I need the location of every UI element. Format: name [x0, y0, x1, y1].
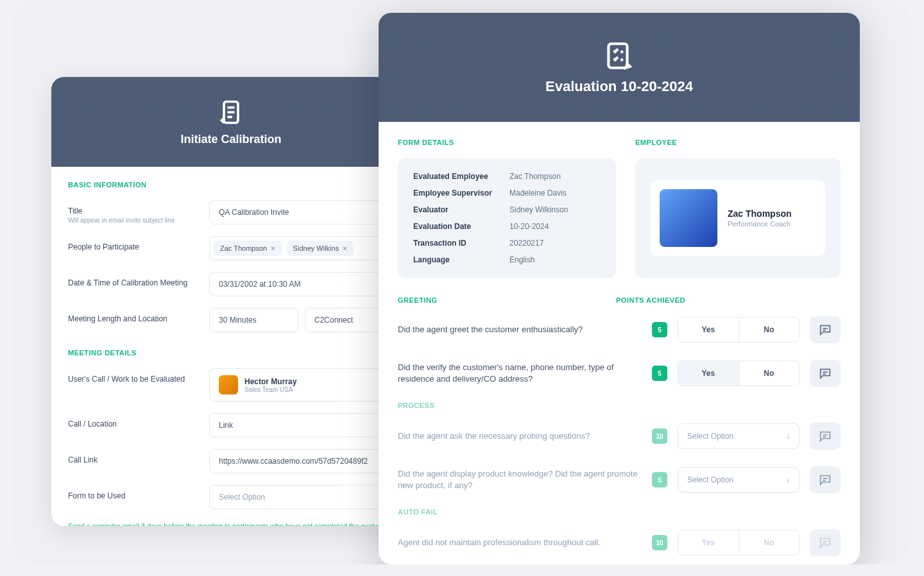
- remove-chip-icon[interactable]: ×: [271, 244, 275, 252]
- points-badge: 5: [652, 472, 667, 487]
- employee-role: Performance Coach: [728, 220, 792, 228]
- people-input[interactable]: Zac Thompson × Sidney Wilkins ×: [209, 236, 394, 260]
- process-q1-text: Did the agent ask the necessary probing …: [398, 430, 642, 442]
- svg-rect-1: [608, 44, 627, 68]
- comment-icon: [818, 536, 832, 550]
- process-q2-text: Did the agent display product knowledge?…: [398, 468, 642, 491]
- yes-no-toggle[interactable]: Yes No: [678, 530, 800, 555]
- comment-button[interactable]: [810, 466, 841, 493]
- points-achieved-label: POINTS ACHIEVED: [616, 296, 841, 304]
- reminder-info-text: Send a reminder email 3 days before the …: [68, 522, 394, 526]
- yes-button[interactable]: Yes: [678, 361, 739, 385]
- calibration-title: Initiate Calibration: [180, 133, 281, 146]
- checklist-edit-icon: [603, 40, 635, 72]
- no-button[interactable]: No: [739, 361, 800, 385]
- datetime-input[interactable]: 03/31/2002 at 10:30 AM: [209, 272, 394, 296]
- greeting-q2-text: Did the verify the customer's name, phon…: [398, 362, 642, 385]
- comment-icon: [818, 366, 832, 380]
- greeting-label: GREETING: [398, 296, 597, 304]
- meeting-details-label: MEETING DETAILS: [68, 349, 394, 357]
- basic-info-label: BASIC INFORMATION: [68, 181, 394, 189]
- initiate-calibration-card: Initiate Calibration BASIC INFORMATION T…: [51, 77, 411, 526]
- autofail-label: AUTO FAIL: [398, 508, 841, 516]
- length-loc-field-label: Meeting Length and Location: [68, 308, 209, 323]
- remove-chip-icon[interactable]: ×: [343, 244, 346, 252]
- participant-chip[interactable]: Sidney Wilkins ×: [287, 241, 354, 256]
- comment-icon: [818, 429, 832, 443]
- employee-avatar: [660, 189, 717, 247]
- datetime-field-label: Date & Time of Calibration Meeting: [68, 272, 209, 287]
- employee-card: Zac Thompson Performance Coach: [651, 180, 825, 256]
- calibration-header: Initiate Calibration: [51, 77, 411, 167]
- user-call-field-label: User's Call / Work to be Evaluated: [68, 368, 209, 384]
- points-badge: 10: [652, 428, 667, 444]
- call-link-field-label: Call Link: [68, 449, 209, 464]
- process-label: PROCESS: [398, 402, 841, 409]
- yes-no-toggle[interactable]: Yes No: [678, 317, 800, 343]
- points-badge: 5: [652, 366, 667, 381]
- meeting-length-input[interactable]: 30 Minutes: [209, 308, 298, 332]
- user-call-input[interactable]: Hector Murray Sales Team USA: [209, 368, 394, 402]
- comment-button[interactable]: [810, 360, 841, 387]
- yes-button[interactable]: Yes: [678, 530, 739, 555]
- user-avatar: [219, 375, 238, 394]
- participant-chip[interactable]: Zac Thompson ×: [214, 241, 282, 256]
- points-badge: 10: [652, 535, 667, 550]
- evaluation-card: Evaluation 10-20-2024 FORM DETAILS Evalu…: [379, 13, 860, 564]
- process-q2-select[interactable]: Select Option ↓: [678, 467, 800, 493]
- yes-no-toggle[interactable]: Yes No: [678, 360, 800, 386]
- form-to-use-field-label: Form to be Used: [68, 485, 209, 500]
- comment-button[interactable]: [810, 529, 841, 556]
- title-field-label: Title Will appear in email invite subjec…: [68, 200, 209, 224]
- yes-button[interactable]: Yes: [678, 318, 739, 342]
- employee-label: EMPLOYEE: [635, 139, 841, 146]
- call-location-field-label: Call / Location: [68, 413, 209, 428]
- arrow-down-icon: ↓: [786, 432, 790, 441]
- autofail-q1-text: Agent did not maintain professionalism t…: [398, 537, 642, 548]
- people-field-label: People to Participate: [68, 236, 209, 251]
- call-link-input[interactable]: https://www.ccaasdemo.com/57d5720489f2: [209, 449, 394, 473]
- points-badge: 5: [652, 322, 667, 337]
- process-q1-select[interactable]: Select Option ↓: [678, 423, 800, 449]
- form-details-box: Evaluated EmployeeZac Thompson Employee …: [398, 158, 616, 278]
- form-details-label: FORM DETAILS: [398, 139, 616, 146]
- form-select-input[interactable]: Select Option: [209, 485, 394, 509]
- comment-icon: [818, 323, 832, 337]
- employee-name: Zac Thompson: [728, 208, 792, 219]
- comment-icon: [818, 473, 832, 487]
- call-location-input[interactable]: Link: [209, 413, 394, 437]
- document-icon: [217, 98, 245, 126]
- no-button[interactable]: No: [739, 318, 800, 342]
- evaluation-header: Evaluation 10-20-2024: [379, 13, 860, 122]
- title-input[interactable]: QA Calibration Invite: [209, 200, 394, 224]
- comment-button[interactable]: [810, 316, 841, 343]
- arrow-down-icon: ↓: [786, 475, 790, 484]
- greeting-q1-text: Did the agent greet the customer enthusi…: [398, 324, 642, 335]
- no-button[interactable]: No: [739, 530, 800, 555]
- evaluation-title: Evaluation 10-20-2024: [545, 78, 693, 95]
- comment-button[interactable]: [810, 423, 841, 450]
